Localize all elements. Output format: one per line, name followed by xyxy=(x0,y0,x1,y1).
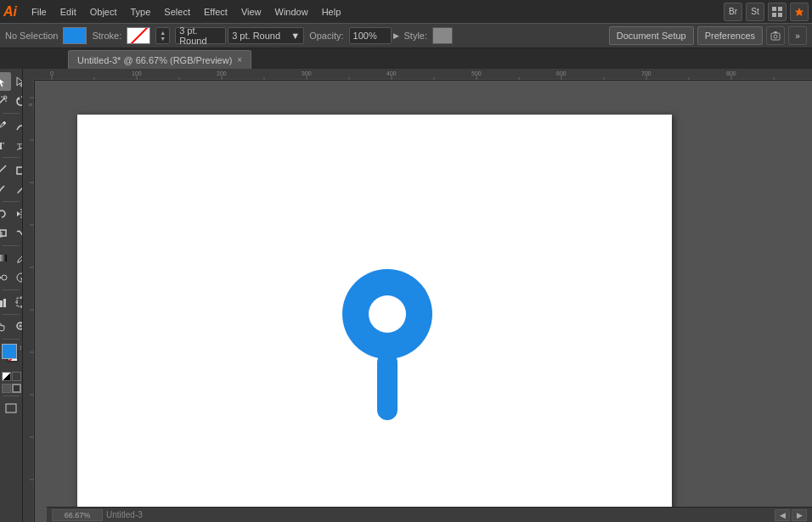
menu-type[interactable]: Type xyxy=(125,4,157,20)
svg-point-6 xyxy=(774,35,777,38)
bridge-icon-btn[interactable]: Br xyxy=(724,3,742,21)
fill-color-swatch[interactable] xyxy=(2,344,17,359)
svg-line-18 xyxy=(0,166,6,174)
preferences-button[interactable]: Preferences xyxy=(697,26,763,45)
tab-close-button[interactable]: × xyxy=(237,55,242,65)
rotate-tool-btn[interactable] xyxy=(0,205,11,223)
svg-marker-25 xyxy=(17,211,20,216)
stroke-fill-mode-row xyxy=(2,384,21,393)
type-tool-btn[interactable]: T xyxy=(0,136,11,154)
more-icon[interactable]: » xyxy=(788,26,807,45)
default-colors-icon[interactable] xyxy=(2,372,11,381)
zoom-tool-btn[interactable] xyxy=(12,317,24,336)
weight-arrows[interactable]: ▲▼ xyxy=(160,30,166,42)
bottom-right-icon[interactable]: ▶ xyxy=(792,509,807,521)
stroke-type-select[interactable]: 3 pt. Round ▼ xyxy=(228,27,304,44)
menu-view[interactable]: View xyxy=(235,4,268,20)
svg-marker-4 xyxy=(795,8,804,16)
svg-rect-48 xyxy=(6,404,16,413)
grid-icon-btn[interactable] xyxy=(768,3,787,21)
star-icon-btn[interactable] xyxy=(790,3,809,21)
swap-colors-icon[interactable]: ↕ xyxy=(19,344,22,351)
scale-tool-btn[interactable] xyxy=(0,224,11,243)
bottom-status-bar: 66.67% Untitled-3 ◀ ▶ xyxy=(47,507,812,522)
svg-rect-19 xyxy=(17,167,24,174)
svg-rect-2 xyxy=(772,13,776,17)
svg-rect-1 xyxy=(778,7,782,11)
svg-text:700: 700 xyxy=(641,70,651,76)
svg-point-31 xyxy=(0,276,1,279)
svg-text:500: 500 xyxy=(471,70,482,76)
fill-mode-icon[interactable] xyxy=(2,384,11,393)
menu-help[interactable]: Help xyxy=(316,4,347,20)
menu-file[interactable]: File xyxy=(25,4,53,20)
opacity-box[interactable]: 100% ▶ xyxy=(349,27,399,44)
menu-select[interactable]: Select xyxy=(158,4,196,20)
menu-object[interactable]: Object xyxy=(84,4,123,20)
document-setup-button[interactable]: Document Setup xyxy=(609,26,694,45)
svg-rect-39 xyxy=(17,298,24,306)
artboard[interactable] xyxy=(77,115,672,522)
right-toolbar-icons: Br St xyxy=(724,3,809,21)
magic-wand-tool-btn[interactable] xyxy=(0,92,11,110)
pen-tool-btn[interactable] xyxy=(0,116,11,135)
svg-rect-37 xyxy=(0,300,3,307)
warp-tool-btn[interactable] xyxy=(12,224,24,243)
line-tool-btn[interactable] xyxy=(0,160,11,179)
svg-text:600: 600 xyxy=(556,70,567,76)
screen-mode-btn[interactable] xyxy=(2,399,20,418)
reflect-tool-btn[interactable] xyxy=(12,205,24,223)
symbol-tool-btn[interactable]: ★ xyxy=(12,268,24,287)
stock-icon-btn[interactable]: St xyxy=(746,3,764,21)
hand-tool-btn[interactable] xyxy=(0,317,11,336)
app-logo: Ai xyxy=(3,4,17,20)
stroke-mode-icon[interactable] xyxy=(12,384,21,393)
weight-value-box[interactable]: 3 pt. Round xyxy=(175,27,226,44)
stroke-swatch[interactable] xyxy=(127,27,150,44)
document-tab-title: Untitled-3* @ 66.67% (RGB/Preview) xyxy=(77,55,232,65)
opacity-value-display[interactable]: 100% xyxy=(349,27,392,44)
weight-spinner[interactable]: ▲▼ xyxy=(155,27,170,44)
svg-rect-3 xyxy=(778,13,782,17)
opacity-arrow-icon[interactable]: ▶ xyxy=(393,31,399,40)
type-path-tool-btn[interactable]: T xyxy=(12,136,24,154)
blend-tool-btn[interactable] xyxy=(0,268,11,287)
opacity-label: Opacity: xyxy=(309,31,343,41)
svg-text:T: T xyxy=(0,140,4,151)
canvas-artwork xyxy=(341,267,434,426)
menu-edit[interactable]: Edit xyxy=(54,4,82,20)
svg-rect-91 xyxy=(377,352,398,420)
svg-rect-38 xyxy=(3,299,6,307)
canvas-area[interactable]: 0 100 200 300 400 500 xyxy=(23,69,812,522)
zoom-display[interactable]: 66.67% xyxy=(52,509,103,521)
main-area: T T xyxy=(0,69,812,522)
style-swatch[interactable] xyxy=(432,27,453,44)
column-graph-tool-btn[interactable] xyxy=(0,293,11,312)
menu-effect[interactable]: Effect xyxy=(198,4,234,20)
selection-tool-btn[interactable] xyxy=(0,72,11,91)
none-color-icon[interactable] xyxy=(12,372,21,381)
rectangle-tool-btn[interactable] xyxy=(12,160,24,179)
svg-rect-7 xyxy=(774,31,777,33)
opacity-value-text: 100% xyxy=(353,31,377,41)
gradient-tool-btn[interactable] xyxy=(0,249,11,267)
artboard-tool-btn[interactable] xyxy=(12,293,24,312)
camera-icon[interactable] xyxy=(766,26,785,45)
fill-swatch[interactable] xyxy=(63,27,87,44)
menu-bar: Ai File Edit Object Type Select Effect V… xyxy=(0,0,812,23)
canvas-content[interactable]: 66.67% Untitled-3 ◀ ▶ xyxy=(35,81,812,522)
svg-text:0: 0 xyxy=(28,103,33,106)
document-tab[interactable]: Untitled-3* @ 66.67% (RGB/Preview) × xyxy=(68,50,251,69)
ruler-corner xyxy=(23,69,35,81)
svg-point-90 xyxy=(369,295,406,333)
paintbrush-tool-btn[interactable] xyxy=(0,180,11,199)
style-label: Style: xyxy=(404,31,428,41)
menu-window[interactable]: Window xyxy=(269,4,314,20)
eyedropper-tool-btn[interactable] xyxy=(12,249,24,267)
pencil-tool-btn[interactable] xyxy=(12,180,24,199)
svg-rect-29 xyxy=(0,255,7,261)
direct-selection-tool-btn[interactable] xyxy=(12,72,24,91)
bottom-left-icon[interactable]: ◀ xyxy=(775,509,790,521)
lasso-tool-btn[interactable] xyxy=(12,92,24,110)
curvature-tool-btn[interactable] xyxy=(12,116,24,135)
